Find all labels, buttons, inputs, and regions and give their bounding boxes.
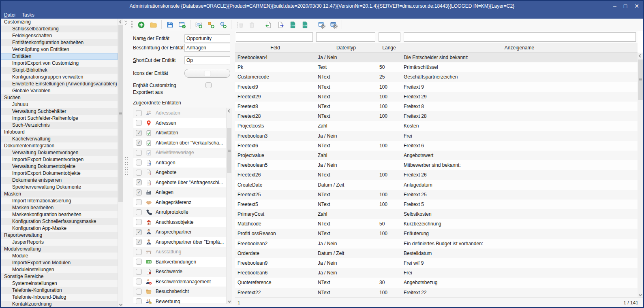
sidebar-item[interactable]: Masken (1, 191, 118, 198)
toolbar-separator[interactable] (188, 19, 193, 30)
column-filter-input[interactable] (316, 32, 375, 42)
entity-checkbox[interactable] (136, 219, 142, 225)
table-scrollbar[interactable] (638, 53, 643, 297)
sidebar-item[interactable]: Verwaltung Suchbehälter (1, 108, 118, 115)
entity-checkbox[interactable] (136, 199, 142, 205)
entity-list-item[interactable]: Besuchsbericht (133, 287, 226, 297)
entity-list-scrollbar[interactable] (226, 108, 232, 304)
sidebar-item[interactable]: Entitäten (1, 53, 118, 60)
entity-list-item[interactable]: Beschwerdemanagement (133, 277, 226, 287)
entity-list-item[interactable]: Anrufprotokolle (133, 207, 226, 217)
entity-checkbox[interactable] (136, 209, 142, 215)
sidebar-item[interactable]: Schlüsselbearbeitung (1, 25, 118, 32)
toolbar-separator[interactable] (311, 19, 315, 30)
entity-icons-button[interactable] (184, 69, 230, 78)
entity-checkbox[interactable] (136, 159, 142, 166)
column-filter-input[interactable] (236, 32, 313, 42)
sidebar-item[interactable]: Konfiguration App-Maske (1, 225, 118, 232)
contains-customizing-checkbox[interactable] (205, 82, 212, 88)
entity-checkbox[interactable] (136, 239, 142, 245)
entity-checkbox[interactable] (136, 179, 142, 185)
sidebar-item[interactable]: Skript-Bibliothek (1, 67, 118, 74)
sidebar-item[interactable]: Konfiguration Schnellerfassungsmaske (1, 218, 118, 225)
entity-checkbox[interactable] (136, 278, 142, 285)
column-filter-input[interactable] (404, 32, 636, 42)
sidebar-item[interactable]: Infoboard (1, 129, 118, 136)
entity-checkbox[interactable] (136, 130, 142, 136)
entity-list-item[interactable]: Angebote über "Anfragenschl... (133, 178, 226, 188)
table-row[interactable]: Freeboolean5 Ja / Nein Mitbewerber sind … (235, 160, 638, 170)
table-row[interactable]: Freetext22 NText 100 Freitext 22 (235, 288, 638, 297)
table-row[interactable]: Freeboolean2 Ja / Nein Ein definiertes B… (235, 239, 638, 249)
sidebar-item[interactable]: Erweiterte Einstellungen (Anwendungsvari… (1, 81, 118, 87)
table-scrollbar-thumb[interactable] (638, 59, 643, 100)
add-button[interactable] (135, 19, 147, 30)
delete-button[interactable] (246, 19, 258, 30)
entity-list-item[interactable]: Anfragen (133, 158, 226, 168)
table-row[interactable]: Freetext6 NText 100 Freitext 6 (235, 141, 638, 151)
entity-list-item[interactable]: Aktivitäten über "Verkaufscha... (133, 138, 226, 148)
sidebar-item[interactable]: Dokumentenintegration (1, 142, 118, 149)
entity-list-item[interactable]: Adressaten (133, 108, 226, 118)
column-header[interactable]: Datentyp (315, 45, 377, 51)
table-row[interactable]: CreateDate Datum / Zeit Anlagedatum (235, 180, 638, 189)
sidebar-item[interactable]: Konfigurationsgruppen verwalten (1, 74, 118, 81)
table-row[interactable]: Freetext8 NText 100 Freitext 8 (235, 102, 638, 111)
sidebar-item[interactable]: Import/Export von Customizing (1, 60, 118, 67)
sidebar-item[interactable]: Moduleinstellungen (1, 266, 118, 273)
entity-checkbox[interactable] (136, 259, 142, 265)
sidebar-item[interactable]: JasperReports (1, 239, 118, 246)
entity-list-item[interactable]: Ansprechpartner (133, 227, 226, 237)
toolbar-grip-icon[interactable] (131, 21, 133, 29)
entity-list-item[interactable]: Ausstattung (133, 247, 226, 257)
table-row[interactable]: PrimaryCost Zahl Selbstkosten (235, 209, 638, 219)
scroll-up-icon[interactable] (227, 108, 232, 114)
entity-list-scrollbar-thumb[interactable] (227, 128, 231, 173)
sidebar-scrollbar-thumb[interactable] (118, 25, 123, 202)
sidebar-item[interactable]: Reportverwaltung (1, 232, 118, 239)
add-field-button[interactable] (193, 19, 205, 30)
column-filter-input[interactable] (379, 32, 400, 42)
table-row[interactable]: Freetext29 NText 100 Freitext 29 (235, 92, 638, 102)
sidebar-item[interactable]: Import Suchfelder-Reihenfolge (1, 115, 118, 122)
add-key-field-button[interactable] (205, 19, 217, 30)
splitter-grip-icon[interactable] (125, 156, 128, 175)
entity-list-item[interactable]: Ansprechpartner über "Empfä... (133, 237, 226, 247)
import-button[interactable] (262, 19, 274, 30)
scroll-up-icon[interactable] (638, 53, 643, 59)
toolbar-separator[interactable] (258, 19, 262, 30)
sidebar-item[interactable]: Telefonie-Inbound-Dialog (1, 294, 118, 301)
sidebar-item[interactable]: Verwaltung Dokumentobjekte (1, 163, 118, 170)
entity-list-item[interactable]: Angebote (133, 168, 226, 178)
entity-checkbox[interactable] (136, 229, 142, 235)
table-row[interactable]: Projectcosts Zahl Kosten (235, 121, 638, 131)
scroll-down-icon[interactable] (638, 291, 643, 297)
csv-export-button[interactable] (287, 19, 299, 30)
table-row[interactable]: Freetext9 NText 100 Freitext 9 (235, 82, 638, 92)
table-row[interactable]: ProfitLossReason NText 100 Erläuterung (235, 229, 638, 238)
sidebar-item[interactable]: Dokumente entsperren (1, 177, 118, 184)
entity-checkbox[interactable] (136, 289, 142, 295)
window-settings-alt-button[interactable] (327, 19, 340, 30)
entity-checkbox[interactable] (136, 249, 142, 255)
table-row[interactable]: Freeboolean6 Ja / Nein Frei (235, 268, 638, 278)
add-search-field-button[interactable] (217, 19, 229, 30)
open-button[interactable] (147, 19, 159, 30)
sidebar-item[interactable]: Globale Variablen (1, 87, 118, 94)
sidebar-item[interactable]: Systemeinstellungen (1, 280, 118, 287)
table-row[interactable]: Freetext26 NText 100 Freitext 26 (235, 170, 638, 180)
entity-list-item[interactable]: Anschlussobjekte (133, 217, 226, 227)
entity-list-item[interactable]: Bankverbindungen (133, 257, 226, 267)
entity-checkbox[interactable] (136, 189, 142, 195)
export-button[interactable] (274, 19, 287, 30)
table-row[interactable]: Freetext25 NText 100 Freitext 25 (235, 190, 638, 200)
sidebar-item[interactable]: Maskenkonfiguration bearbeiten (1, 211, 118, 218)
sidebar-item[interactable]: Module (1, 253, 118, 259)
entity-checkbox[interactable] (136, 140, 142, 146)
sidebar-item[interactable]: Suchen (1, 94, 118, 101)
sidebar-item[interactable]: Customizing (1, 19, 118, 25)
entity-caption-input[interactable] (184, 44, 230, 52)
sidebar-item[interactable]: Feldeigenschaften (1, 32, 118, 39)
entity-checkbox[interactable] (136, 110, 142, 116)
table-row[interactable]: Quotereference NText 30 Angebotsbezug (235, 278, 638, 287)
